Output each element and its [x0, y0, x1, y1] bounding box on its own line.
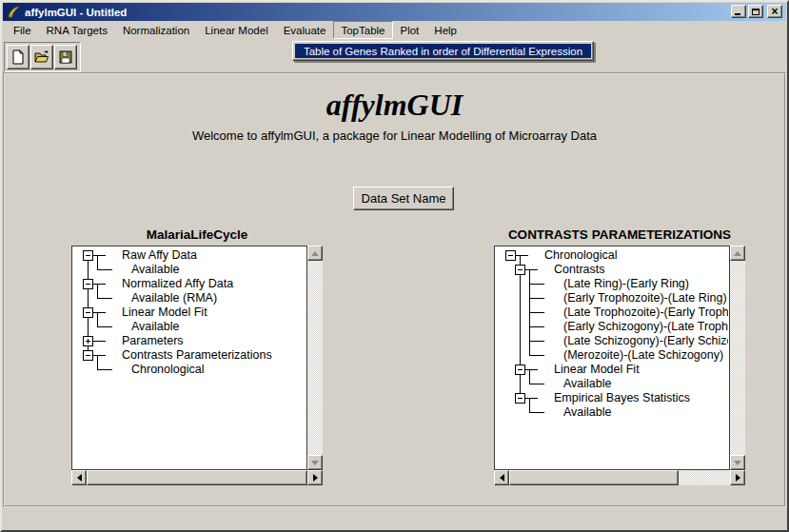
menu-item-file[interactable]: File [6, 21, 39, 39]
tree-node-empirical-bayes-statistics[interactable]: Empirical Bayes Statistics [554, 391, 690, 405]
tree-node-raw-affy-data[interactable]: Raw Affy Data [122, 248, 197, 263]
tree-node--late-ring-early-ring-[interactable]: (Late Ring)-(Early Ring) [563, 277, 689, 291]
menu-item-linear-model[interactable]: Linear Model [197, 21, 275, 39]
menu-item-rna-targets[interactable]: RNA Targets [39, 21, 115, 39]
window-controls: × [729, 5, 782, 18]
tree-expand-box-collapse[interactable] [83, 350, 93, 361]
tree-node-chronological[interactable]: Chronological [131, 363, 204, 377]
tree-node-available[interactable]: Available [563, 405, 612, 420]
down-arrow-icon [311, 461, 319, 465]
welcome-text: Welcome to affylmGUI, a package for Line… [2, 128, 787, 143]
scroll-right-button[interactable] [307, 470, 323, 485]
tree-node--early-schizogony-late-trophozoite-[interactable]: (Early Schizogony)-(Late Trophozoite) [563, 320, 728, 334]
tree-node-linear-model-fit[interactable]: Linear Model Fit [554, 363, 640, 377]
open-file-icon [34, 49, 49, 65]
tree-node-parameters[interactable]: Parameters [122, 334, 184, 348]
tree-expand-box-collapse[interactable] [505, 250, 516, 261]
left-arrow-icon [500, 474, 504, 482]
close-button[interactable]: × [767, 5, 782, 18]
menu-item-help[interactable]: Help [426, 21, 464, 39]
scroll-thumb[interactable] [509, 470, 679, 485]
data-set-name-button[interactable]: Data Set Name [353, 187, 454, 210]
menu-item-evaluate[interactable]: Evaluate [276, 21, 334, 39]
left-tree-horizontal-scrollbar[interactable] [71, 470, 323, 485]
maximize-button[interactable] [748, 5, 763, 18]
menu-bar: FileRNA TargetsNormalizationLinear Model… [3, 21, 786, 39]
save-file-button[interactable] [54, 45, 77, 69]
left-tree-view[interactable]: Raw Affy DataAvailableNormalized Affy Da… [71, 246, 307, 470]
left-arrow-icon [77, 474, 82, 482]
tree-expand-box-collapse[interactable] [83, 307, 93, 318]
save-file-icon [58, 49, 73, 65]
close-icon: × [771, 7, 778, 16]
tree-node-chronological[interactable]: Chronological [544, 248, 617, 263]
scroll-left-button[interactable] [494, 470, 509, 485]
tree-node-available-rma-[interactable]: Available (RMA) [131, 291, 217, 305]
scroll-right-button[interactable] [730, 470, 745, 485]
left-tree-vertical-scrollbar[interactable] [307, 246, 323, 470]
tree-node-available[interactable]: Available [563, 377, 612, 391]
tree-node-available[interactable]: Available [131, 263, 180, 277]
toolbar [4, 42, 81, 72]
maximize-icon [752, 9, 759, 15]
right-tree-vertical-scrollbar[interactable] [730, 246, 745, 470]
tree-expand-box-collapse[interactable] [515, 393, 525, 404]
tree-expand-box-expand[interactable] [83, 336, 93, 346]
tree-expand-box-collapse[interactable] [83, 279, 93, 289]
down-arrow-icon [734, 461, 741, 465]
tree-expand-box-collapse[interactable] [83, 250, 93, 261]
right-tree-title: CONTRASTS PARAMETERIZATIONS [494, 227, 745, 242]
right-arrow-icon [313, 474, 318, 482]
new-file-icon [10, 49, 26, 65]
tree-expand-box-collapse[interactable] [515, 365, 525, 375]
tree-node-linear-model-fit[interactable]: Linear Model Fit [122, 305, 207, 320]
tree-node--early-trophozoite-late-ring-[interactable]: (Early Trophozoite)-(Late Ring) [563, 291, 727, 305]
scroll-track[interactable] [730, 261, 745, 455]
open-file-button[interactable] [30, 45, 53, 69]
tree-node--late-trophozoite-early-trophozoite-[interactable]: (Late Trophozoite)-(Early Trophozoite) [563, 305, 728, 320]
tree-node-contrasts-parameterizations[interactable]: Contrasts Parameterizations [122, 348, 272, 363]
right-arrow-icon [736, 474, 740, 482]
tree-expand-box-collapse[interactable] [515, 265, 525, 275]
menu-item-normalization[interactable]: Normalization [115, 21, 197, 39]
menu-item-table-of-genes[interactable]: Table of Genes Ranked in order of Differ… [295, 44, 591, 58]
scroll-track[interactable] [307, 261, 323, 455]
tree-node-available[interactable]: Available [131, 320, 180, 334]
new-file-button[interactable] [7, 45, 30, 69]
scroll-down-button[interactable] [730, 455, 745, 470]
minimize-button[interactable] [731, 5, 746, 18]
window-title: affylmGUI - Untitled [25, 7, 127, 18]
app-window: affylmGUI - Untitled × FileRNA TargetsNo… [0, 0, 789, 532]
left-tree-panel: Raw Affy DataAvailableNormalized Affy Da… [71, 246, 323, 485]
toptable-dropdown-menu: Table of Genes Ranked in order of Differ… [292, 41, 594, 61]
tree-node--merozoite-late-schizogony-[interactable]: (Merozoite)-(Late Schizogony) [563, 348, 723, 363]
scroll-thumb[interactable] [87, 470, 307, 485]
tree-node-contrasts[interactable]: Contrasts [554, 263, 605, 277]
right-tree-view[interactable]: ChronologicalContrasts(Late Ring)-(Early… [494, 246, 730, 470]
menu-item-toptable[interactable]: TopTable [333, 21, 392, 39]
scroll-up-button[interactable] [307, 246, 323, 261]
left-tree-title: MalariaLifeCycle [71, 227, 323, 242]
feather-icon [6, 5, 21, 20]
up-arrow-icon [311, 251, 319, 256]
title-bar[interactable]: affylmGUI - Untitled × [3, 3, 786, 21]
minimize-icon [735, 13, 740, 15]
tree-node--late-schizogony-early-schizogony-[interactable]: (Late Schizogony)-(Early Schizogony) [563, 334, 728, 348]
tree-node-normalized-affy-data[interactable]: Normalized Affy Data [122, 277, 233, 291]
scroll-up-button[interactable] [730, 246, 745, 261]
app-title: affylmGUI [2, 88, 787, 123]
scroll-down-button[interactable] [307, 455, 323, 470]
scroll-left-button[interactable] [71, 470, 87, 485]
right-tree-panel: ChronologicalContrasts(Late Ring)-(Early… [494, 246, 745, 485]
right-tree-horizontal-scrollbar[interactable] [494, 470, 745, 485]
menu-item-plot[interactable]: Plot [393, 21, 427, 39]
up-arrow-icon [734, 251, 741, 256]
